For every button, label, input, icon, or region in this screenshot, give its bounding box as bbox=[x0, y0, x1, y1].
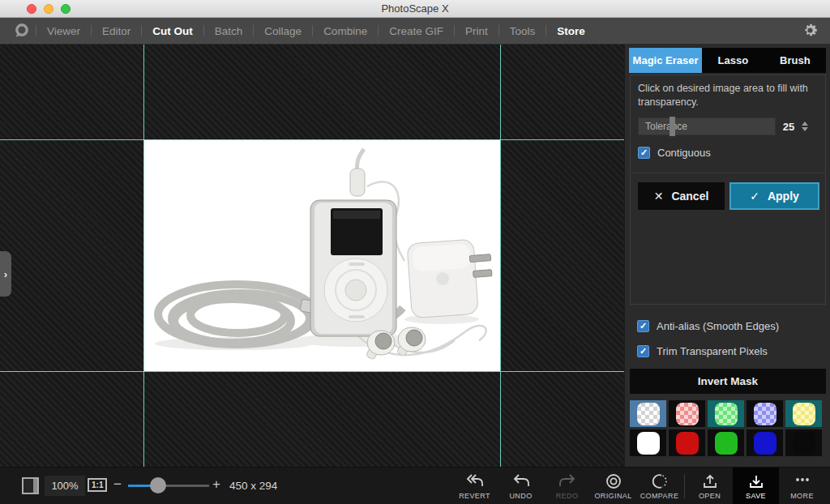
invert-mask-button[interactable]: Invert Mask bbox=[630, 369, 826, 394]
guide-line-right[interactable] bbox=[500, 45, 501, 467]
guide-line-top[interactable] bbox=[0, 139, 624, 140]
close-window-button[interactable] bbox=[27, 4, 36, 14]
checkmark-icon: ✓ bbox=[750, 190, 759, 203]
zoom-in-button[interactable]: + bbox=[212, 476, 220, 493]
antialias-label: Anti-alias (Smooth Edges) bbox=[657, 320, 779, 332]
tolerance-slider-thumb[interactable] bbox=[670, 117, 675, 136]
menu-item-combine[interactable]: Combine bbox=[313, 25, 378, 37]
menu-item-collage[interactable]: Collage bbox=[254, 25, 312, 37]
more-icon bbox=[794, 473, 811, 489]
menu-item-store[interactable]: Store bbox=[546, 25, 596, 37]
main-area: › Magic Eraser Lasso Brush Click on desi… bbox=[0, 45, 830, 467]
photoscape-logo-icon[interactable] bbox=[8, 22, 36, 40]
undo-icon bbox=[511, 473, 531, 489]
cancel-button[interactable]: ✕ Cancel bbox=[638, 182, 725, 210]
menu-item-tools[interactable]: Tools bbox=[499, 25, 546, 37]
zoom-level-indicator[interactable]: 100% bbox=[45, 476, 85, 496]
open-button[interactable]: OPEN bbox=[687, 468, 733, 504]
tolerance-slider[interactable]: Tolerance bbox=[638, 117, 776, 135]
tolerance-stepper[interactable] bbox=[802, 122, 808, 131]
menu-item-create-gif[interactable]: Create GIF bbox=[379, 25, 454, 37]
stepper-up-icon[interactable] bbox=[802, 122, 808, 126]
invert-mask-label: Invert Mask bbox=[698, 375, 758, 387]
color-swatch-purple-checker[interactable] bbox=[747, 400, 783, 427]
contiguous-checkbox[interactable]: ✓ bbox=[638, 147, 650, 159]
main-menubar: Viewer Editor Cut Out Batch Collage Comb… bbox=[0, 18, 830, 45]
color-swatch-red-checker[interactable] bbox=[669, 400, 705, 427]
revert-button[interactable]: REVERT bbox=[451, 468, 498, 504]
open-icon bbox=[701, 473, 719, 489]
original-button[interactable]: ORIGINAL bbox=[590, 468, 636, 504]
canvas-background-toggle-icon[interactable] bbox=[22, 477, 39, 494]
swatch-color bbox=[793, 403, 815, 425]
color-swatch-green-checker[interactable] bbox=[708, 400, 744, 427]
contiguous-label: Contiguous bbox=[657, 147, 711, 159]
contiguous-checkbox-row[interactable]: ✓ Contiguous bbox=[638, 147, 711, 159]
tab-lasso[interactable]: Lasso bbox=[702, 48, 764, 73]
color-swatch-yellow-checker[interactable] bbox=[785, 400, 822, 427]
editing-canvas[interactable]: › bbox=[0, 45, 624, 467]
menu-item-editor[interactable]: Editor bbox=[92, 25, 141, 37]
guide-line-left[interactable] bbox=[143, 45, 144, 467]
revert-label: REVERT bbox=[459, 492, 490, 500]
compare-button[interactable]: COMPARE bbox=[636, 468, 682, 504]
swatch-color bbox=[637, 403, 660, 425]
stepper-down-icon[interactable] bbox=[802, 127, 808, 131]
status-bar: 100% 1:1 − + 450 x 294 REVERT UNDO bbox=[0, 467, 830, 504]
color-swatch-transparent-checker[interactable] bbox=[630, 400, 666, 427]
apply-button-label: Apply bbox=[768, 190, 799, 203]
zoom-slider-thumb[interactable] bbox=[150, 477, 166, 493]
swatch-color bbox=[637, 432, 660, 455]
guide-line-bottom[interactable] bbox=[0, 371, 624, 372]
compare-icon bbox=[651, 473, 669, 489]
redo-button[interactable]: REDO bbox=[544, 468, 590, 504]
toolbar-divider bbox=[684, 474, 685, 498]
color-swatch-white[interactable] bbox=[630, 429, 666, 456]
color-swatch-black[interactable] bbox=[785, 429, 822, 456]
settings-gear-icon[interactable] bbox=[802, 22, 819, 42]
menu-item-print[interactable]: Print bbox=[455, 25, 498, 37]
cancel-button-label: Cancel bbox=[671, 190, 708, 203]
save-button[interactable]: SAVE bbox=[733, 468, 779, 504]
menu-item-batch[interactable]: Batch bbox=[204, 25, 254, 37]
menu-item-cut-out[interactable]: Cut Out bbox=[142, 25, 203, 37]
swatch-color bbox=[676, 403, 699, 425]
traffic-lights bbox=[27, 4, 71, 14]
color-swatch-green[interactable] bbox=[708, 429, 744, 456]
actual-size-button[interactable]: 1:1 bbox=[88, 478, 107, 492]
trim-checkbox[interactable]: ✓ bbox=[637, 345, 649, 357]
close-icon: ✕ bbox=[654, 190, 664, 203]
tab-magic-eraser[interactable]: Magic Eraser bbox=[629, 48, 702, 73]
zoom-out-button[interactable]: − bbox=[113, 476, 122, 493]
undo-button[interactable]: UNDO bbox=[498, 468, 544, 504]
redo-label: REDO bbox=[556, 492, 579, 500]
magic-eraser-options: Click on desired image area to fill with… bbox=[630, 75, 826, 305]
tab-brush[interactable]: Brush bbox=[764, 48, 826, 73]
tolerance-label: Tolerance bbox=[645, 121, 687, 132]
background-color-swatches bbox=[630, 400, 826, 456]
chevron-right-icon: › bbox=[4, 268, 7, 280]
original-label: ORIGINAL bbox=[594, 492, 631, 500]
ipod-product-image bbox=[143, 139, 500, 371]
zoom-slider[interactable] bbox=[128, 485, 209, 487]
color-swatch-blue[interactable] bbox=[747, 429, 783, 456]
panel-divider bbox=[631, 173, 825, 173]
more-label: MORE bbox=[790, 492, 814, 500]
canvas-image[interactable] bbox=[143, 139, 500, 371]
titlebar: PhotoScape X bbox=[0, 0, 830, 18]
swatch-color bbox=[754, 432, 777, 455]
compare-label: COMPARE bbox=[640, 492, 679, 500]
swatch-color bbox=[793, 432, 815, 455]
color-swatch-red[interactable] bbox=[669, 429, 705, 456]
apply-button[interactable]: ✓ Apply bbox=[729, 182, 819, 210]
antialias-checkbox[interactable]: ✓ bbox=[637, 320, 649, 332]
bottom-toolbar: REVERT UNDO REDO ORIGINAL bbox=[451, 468, 825, 504]
antialias-checkbox-row[interactable]: ✓ Anti-alias (Smooth Edges) bbox=[637, 320, 779, 332]
image-dimensions: 450 x 294 bbox=[229, 480, 277, 492]
minimize-window-button[interactable] bbox=[44, 4, 53, 14]
sidebar-expand-toggle[interactable]: › bbox=[0, 251, 11, 297]
zoom-window-button[interactable] bbox=[61, 4, 71, 14]
menu-item-viewer[interactable]: Viewer bbox=[36, 25, 91, 37]
more-button[interactable]: MORE bbox=[779, 468, 825, 504]
trim-checkbox-row[interactable]: ✓ Trim Transparent Pixels bbox=[637, 345, 768, 357]
